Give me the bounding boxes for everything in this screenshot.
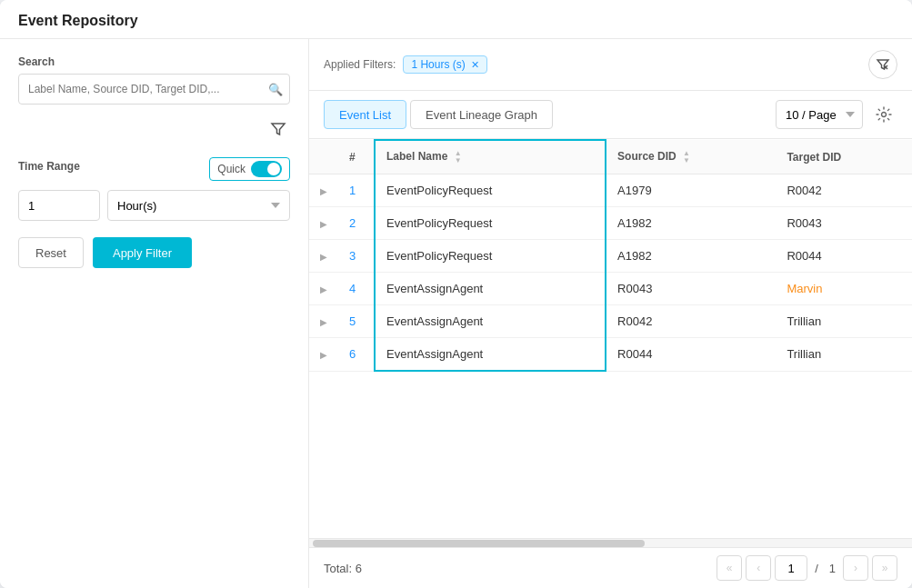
- horizontal-scrollbar[interactable]: [309, 538, 912, 547]
- search-input[interactable]: [18, 74, 290, 105]
- filter-icon-button[interactable]: [266, 117, 290, 145]
- row-target-did: Trillian: [776, 338, 912, 372]
- quick-toggle-wrap: Quick: [209, 157, 290, 181]
- tab-event-lineage-graph[interactable]: Event Lineage Graph: [410, 100, 553, 129]
- first-page-button[interactable]: «: [717, 555, 742, 581]
- row-target-did: R0042: [776, 174, 912, 207]
- filter-tag-text: 1 Hours (s): [411, 58, 465, 71]
- search-icon: 🔍: [268, 83, 283, 96]
- search-wrapper: 🔍: [18, 74, 290, 105]
- row-expander[interactable]: ▶: [309, 338, 338, 372]
- page-size-select[interactable]: 10 / Page 20 / Page 50 / Page: [776, 100, 863, 129]
- page-title: Event Repository: [0, 0, 912, 39]
- apply-filter-button[interactable]: Apply Filter: [93, 237, 192, 268]
- row-source-did: R0042: [606, 305, 776, 338]
- prev-page-button[interactable]: ‹: [746, 555, 771, 581]
- row-source-did: A1979: [606, 174, 776, 207]
- sort-source-did[interactable]: ▲▼: [683, 150, 690, 164]
- table-row: ▶ 3 EventPolicyRequest A1982 R0044: [309, 240, 912, 273]
- time-range-section: Time Range Quick Hour(s) Minute(s) Day(s…: [18, 157, 290, 221]
- main-layout: Search 🔍 Time Range Q: [0, 39, 912, 588]
- row-num: 1: [338, 174, 375, 207]
- app-container: Event Repository Search 🔍: [0, 0, 912, 588]
- row-label-name: EventPolicyRequest: [375, 174, 606, 207]
- row-target-did: Trillian: [776, 305, 912, 338]
- row-target-did: R0043: [776, 207, 912, 240]
- right-top-bar: Applied Filters: 1 Hours (s) ✕: [309, 39, 912, 91]
- scrollbar-thumb: [313, 540, 645, 547]
- events-table: # Label Name ▲▼ Source DID ▲▼ Target DID: [309, 139, 912, 372]
- time-range-label: Time Range: [18, 160, 80, 173]
- col-target-did: Target DID: [776, 140, 912, 174]
- row-expander[interactable]: ▶: [309, 174, 338, 207]
- svg-point-2: [882, 113, 887, 117]
- row-label-name: EventPolicyRequest: [375, 240, 606, 273]
- total-pages: 1: [826, 562, 839, 575]
- col-num: #: [338, 140, 375, 174]
- clear-filter-button[interactable]: [868, 50, 897, 79]
- col-source-did: Source DID ▲▼: [606, 140, 776, 174]
- filter-tag-hours: 1 Hours (s) ✕: [403, 55, 486, 74]
- next-page-button[interactable]: ›: [843, 555, 868, 581]
- row-label-name: EventPolicyRequest: [375, 207, 606, 240]
- filter-tag-close[interactable]: ✕: [471, 59, 479, 71]
- gear-icon: [876, 106, 892, 123]
- toggle-knob: [267, 163, 280, 175]
- tabs: Event List Event Lineage Graph: [324, 100, 553, 129]
- right-panel: Applied Filters: 1 Hours (s) ✕: [309, 39, 912, 588]
- col-expander: [309, 140, 338, 174]
- row-target-did: Marvin: [776, 273, 912, 305]
- quick-label: Quick: [217, 163, 246, 175]
- row-label-name: EventAssignAgent: [375, 305, 606, 338]
- time-unit-select[interactable]: Hour(s) Minute(s) Day(s): [107, 190, 290, 221]
- quick-toggle[interactable]: [251, 161, 282, 177]
- row-num: 3: [338, 240, 375, 273]
- action-buttons: Reset Apply Filter: [18, 237, 290, 268]
- left-panel: Search 🔍 Time Range Q: [0, 39, 309, 588]
- row-source-did: R0043: [606, 273, 776, 305]
- tab-event-list[interactable]: Event List: [324, 100, 406, 129]
- applied-filters: Applied Filters: 1 Hours (s) ✕: [324, 55, 487, 74]
- table-settings-button[interactable]: [870, 101, 897, 128]
- search-label: Search: [18, 55, 290, 68]
- row-num: 6: [338, 338, 375, 372]
- funnel-icon: [270, 121, 286, 137]
- time-inputs: Hour(s) Minute(s) Day(s): [18, 190, 290, 221]
- applied-filters-label: Applied Filters:: [324, 58, 396, 71]
- time-number-input[interactable]: [18, 190, 100, 221]
- row-expander[interactable]: ▶: [309, 273, 338, 305]
- clear-filter-icon: [876, 57, 890, 72]
- row-expander[interactable]: ▶: [309, 207, 338, 240]
- row-source-did: A1982: [606, 207, 776, 240]
- row-num: 4: [338, 273, 375, 305]
- tab-and-pagination: Event List Event Lineage Graph 10 / Page…: [309, 91, 912, 139]
- row-source-did: R0044: [606, 338, 776, 372]
- row-label-name: EventAssignAgent: [375, 273, 606, 305]
- time-range-header: Time Range Quick: [18, 157, 290, 181]
- row-target-did: R0044: [776, 240, 912, 273]
- page-size-wrap: 10 / Page 20 / Page 50 / Page: [776, 100, 897, 129]
- table-row: ▶ 5 EventAssignAgent R0042 Trillian: [309, 305, 912, 338]
- pagination: « ‹ / 1 › »: [717, 555, 897, 581]
- table-row: ▶ 2 EventPolicyRequest A1982 R0043: [309, 207, 912, 240]
- filter-icon-row: [18, 117, 290, 145]
- reset-button[interactable]: Reset: [18, 237, 84, 268]
- row-label-name: EventAssignAgent: [375, 338, 606, 372]
- last-page-button[interactable]: »: [872, 555, 897, 581]
- search-section: Search 🔍: [18, 55, 290, 105]
- row-num: 2: [338, 207, 375, 240]
- row-expander[interactable]: ▶: [309, 240, 338, 273]
- page-separator: /: [811, 562, 822, 575]
- table-row: ▶ 4 EventAssignAgent R0043 Marvin: [309, 273, 912, 305]
- table-row: ▶ 6 EventAssignAgent R0044 Trillian: [309, 338, 912, 372]
- row-expander[interactable]: ▶: [309, 305, 338, 338]
- row-num: 5: [338, 305, 375, 338]
- total-count: Total: 6: [324, 562, 362, 575]
- sort-label-name[interactable]: ▲▼: [455, 150, 462, 164]
- table-row: ▶ 1 EventPolicyRequest A1979 R0042: [309, 174, 912, 207]
- page-number-input[interactable]: [775, 555, 807, 581]
- col-label-name: Label Name ▲▼: [375, 140, 606, 174]
- bottom-bar: Total: 6 « ‹ / 1 › »: [309, 547, 912, 588]
- row-source-did: A1982: [606, 240, 776, 273]
- table-container: # Label Name ▲▼ Source DID ▲▼ Target DID: [309, 139, 912, 538]
